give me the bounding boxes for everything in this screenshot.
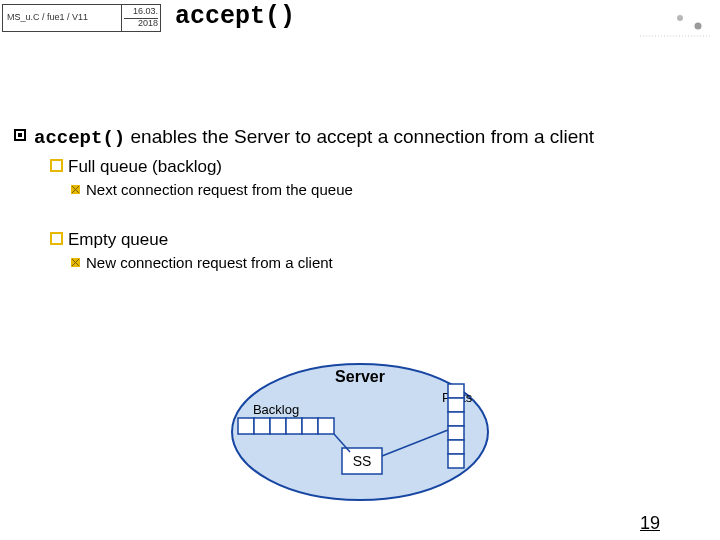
svg-rect-21: [448, 412, 464, 426]
bullet-icon: [70, 255, 86, 271]
svg-rect-23: [448, 440, 464, 454]
header-box: MS_u.C / fue1 / V11 16.03. 2018: [2, 4, 161, 32]
sub1: Full queue (backlog): [50, 157, 702, 177]
corner-decoration: [640, 10, 710, 40]
svg-rect-24: [448, 454, 464, 468]
svg-rect-14: [270, 418, 286, 434]
svg-text:Backlog: Backlog: [253, 402, 299, 417]
bullet-main-text: accept() enables the Server to accept a …: [34, 126, 594, 149]
svg-rect-5: [18, 133, 22, 137]
svg-rect-19: [448, 384, 464, 398]
bullet-icon: [70, 182, 86, 198]
date-bottom: 2018: [124, 19, 158, 29]
svg-point-0: [677, 15, 683, 21]
sub2-label: Empty queue: [68, 230, 168, 250]
svg-rect-8: [51, 233, 62, 244]
sub1-label: Full queue (backlog): [68, 157, 222, 177]
svg-rect-6: [51, 160, 62, 171]
bullet-icon: [50, 158, 68, 176]
server-diagram: Server Backlog Ports SS: [210, 352, 510, 512]
svg-point-1: [695, 23, 702, 30]
svg-rect-22: [448, 426, 464, 440]
sub2-item-text: New connection request from a client: [86, 254, 333, 271]
svg-rect-12: [238, 418, 254, 434]
svg-text:SS: SS: [353, 453, 372, 469]
sub1-item-text: Next connection request from the queue: [86, 181, 353, 198]
bullet-main: accept() enables the Server to accept a …: [12, 126, 702, 149]
sub2-item: New connection request from a client: [70, 254, 702, 271]
diagram-server-label: Server: [335, 368, 385, 385]
svg-rect-16: [302, 418, 318, 434]
svg-rect-17: [318, 418, 334, 434]
slide-title: accept(): [175, 2, 295, 31]
code-accept: accept(): [34, 127, 125, 149]
sub1-item: Next connection request from the queue: [70, 181, 702, 198]
svg-rect-15: [286, 418, 302, 434]
course-id: MS_u.C / fue1 / V11: [3, 5, 122, 31]
page-number: 19: [640, 513, 660, 534]
bullet-icon: [12, 127, 34, 148]
svg-rect-13: [254, 418, 270, 434]
svg-rect-20: [448, 398, 464, 412]
date-cell: 16.03. 2018: [122, 5, 160, 31]
main-rest: enables the Server to accept a connectio…: [125, 126, 594, 147]
sub2: Empty queue: [50, 230, 702, 250]
bullet-icon: [50, 231, 68, 249]
content-area: accept() enables the Server to accept a …: [12, 126, 702, 281]
